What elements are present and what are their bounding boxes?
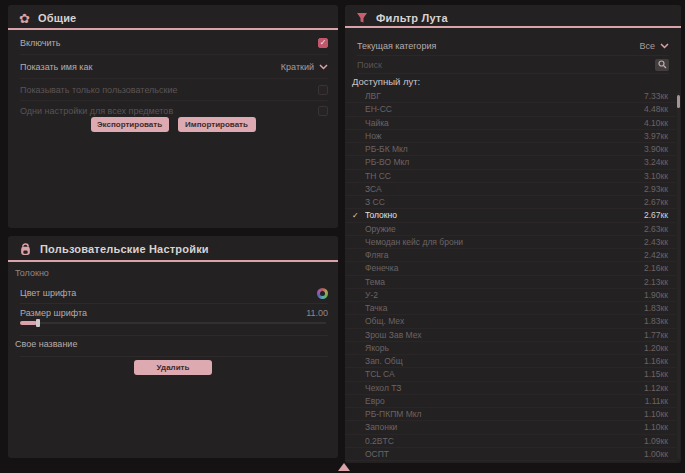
list-item[interactable]: Запонки1.10кк xyxy=(345,421,676,434)
list-item[interactable]: Тема2.13кк xyxy=(345,276,676,289)
list-item[interactable]: Фляга2.42кк xyxy=(345,249,676,262)
list-item[interactable]: ОСПТ1.00кк xyxy=(345,448,676,461)
item-name: Евро xyxy=(365,396,645,406)
item-value: 2.63кк xyxy=(644,224,668,234)
item-value: 1.20кк xyxy=(644,343,668,353)
category-dropdown[interactable]: Все xyxy=(639,41,669,51)
item-value: 1.16кк xyxy=(644,356,668,366)
list-item[interactable]: Чемодан кейс для брони2.43кк xyxy=(345,236,676,249)
backpack-icon xyxy=(19,243,32,256)
scrollbar-thumb[interactable] xyxy=(677,95,680,108)
list-item[interactable]: Нож3.97кк xyxy=(345,130,676,143)
panel-user-header: Пользовательские Настройки xyxy=(8,236,338,259)
list-item[interactable]: ЕН-СС4.48кк xyxy=(345,103,676,116)
panel-title: Общие xyxy=(38,12,77,24)
divider xyxy=(20,303,328,304)
only-custom-checkbox[interactable] xyxy=(318,85,328,95)
item-value: 1.11кк xyxy=(645,396,668,406)
enable-label: Включить xyxy=(20,38,60,48)
item-name: ЛВГ xyxy=(365,91,644,101)
funnel-icon xyxy=(356,12,368,24)
item-name: Нож xyxy=(365,131,644,141)
item-name: Чемодан кейс для брони xyxy=(365,237,644,247)
accent-divider xyxy=(8,28,338,30)
item-name: ТН СС xyxy=(365,171,644,181)
slider-thumb[interactable] xyxy=(36,319,40,327)
item-value: 2.67кк xyxy=(644,210,668,220)
divider xyxy=(20,356,328,357)
category-value: Все xyxy=(639,41,655,51)
item-value: 1.83кк xyxy=(644,303,668,313)
import-button[interactable]: Импортировать xyxy=(178,117,256,132)
color-wheel-icon[interactable] xyxy=(317,288,328,299)
list-item[interactable]: Чехол ТЗ1.12кк xyxy=(345,382,676,395)
import-export-buttons: Экспортировать Импортировать xyxy=(8,117,338,132)
item-value: 2.13кк xyxy=(644,277,668,287)
list-item[interactable]: РБ-ПКПМ Мкл1.10кк xyxy=(345,408,676,421)
delete-button[interactable]: Удалить xyxy=(134,360,212,375)
list-item[interactable]: ТН СС3.10кк xyxy=(345,170,676,183)
list-item[interactable]: Зрош Зав Мех1.77кк xyxy=(345,329,676,342)
list-item[interactable]: РБ-ВО Мкл3.24кк xyxy=(345,156,676,169)
enable-checkbox[interactable]: ✓ xyxy=(318,38,328,48)
setting-row-only-custom: Показывать только пользовательские xyxy=(20,79,328,101)
slider-track xyxy=(20,322,326,324)
list-item[interactable]: ТСL СА1.15кк xyxy=(345,368,676,381)
item-value: 3.90кк xyxy=(644,144,668,154)
same-settings-checkbox[interactable] xyxy=(318,106,328,116)
item-name: Тачка xyxy=(365,303,644,313)
list-item[interactable]: Зап. Общ1.16кк xyxy=(345,355,676,368)
item-value: 1.83кк xyxy=(644,316,668,326)
list-item[interactable]: Якорь1.20кк xyxy=(345,342,676,355)
item-value: 1.12кк xyxy=(644,383,668,393)
item-name: Запонки xyxy=(365,422,644,432)
list-item[interactable]: 0.2BTC1.09кк xyxy=(345,435,676,448)
list-item[interactable]: РБ-БК Мкл3.90кк xyxy=(345,143,676,156)
name-mode-dropdown[interactable]: Краткий xyxy=(281,62,328,72)
item-value: 2.16кк xyxy=(644,263,668,273)
list-item[interactable]: Тачка1.83кк xyxy=(345,302,676,315)
scrollbar[interactable] xyxy=(677,92,680,459)
list-item[interactable]: Евро1.11кк xyxy=(345,395,676,408)
item-name: Чехол ТЗ xyxy=(365,383,644,393)
name-mode-label: Показать имя как xyxy=(20,62,92,72)
item-name: Фляга xyxy=(365,250,644,260)
item-value: 4.10кк xyxy=(644,118,668,128)
item-value: 1.10кк xyxy=(644,422,668,432)
list-item[interactable]: ЗСА2.93кк xyxy=(345,183,676,196)
custom-name-field[interactable]: Свое название xyxy=(15,339,328,353)
list-item[interactable]: З СС2.67кк xyxy=(345,196,676,209)
panel-user-settings: Пользовательские Настройки Толокно Цвет … xyxy=(8,236,338,458)
search-input[interactable] xyxy=(357,60,655,70)
list-item[interactable]: ЛВГ7.33кк xyxy=(345,90,676,103)
category-row: Текущая категория Все xyxy=(357,36,669,56)
collapse-arrow-icon[interactable] xyxy=(338,463,350,471)
panel-general-header: ✿ Общие xyxy=(8,5,338,28)
font-color-label: Цвет шрифта xyxy=(20,288,76,298)
font-size-label: Размер шрифта xyxy=(20,308,87,318)
item-value: 2.93кк xyxy=(644,184,668,194)
setting-row-name-mode: Показать имя как Краткий xyxy=(20,55,328,79)
item-name: Зап. Общ xyxy=(365,356,644,366)
font-size-slider[interactable] xyxy=(20,319,326,327)
item-value: 4.48кк xyxy=(644,104,668,114)
item-value: 1.77кк xyxy=(644,330,668,340)
list-item[interactable]: У-21.90кк xyxy=(345,289,676,302)
item-name: Фенечка xyxy=(365,263,644,273)
list-item[interactable]: Фенечка2.16кк xyxy=(345,262,676,275)
list-item[interactable]: Оружие2.63кк xyxy=(345,223,676,236)
list-item[interactable]: ✓Толокно2.67кк xyxy=(345,209,676,222)
list-item[interactable]: Чайка4.10кк xyxy=(345,117,676,130)
search-icon[interactable] xyxy=(655,59,669,71)
item-name: Оружие xyxy=(365,224,644,234)
accent-divider xyxy=(345,26,681,28)
export-button[interactable]: Экспортировать xyxy=(91,117,169,132)
panel-loot-filter: Фильтр Лута Текущая категория Все Доступ… xyxy=(345,5,681,463)
item-name: РБ-БК Мкл xyxy=(365,144,644,154)
item-name: РБ-ПКПМ Мкл xyxy=(365,409,644,419)
setting-row-enable: Включить ✓ xyxy=(20,31,328,55)
list-item[interactable]: Общ. Мех1.83кк xyxy=(345,315,676,328)
item-value: 1.90кк xyxy=(644,290,668,300)
chevron-down-icon xyxy=(319,64,328,70)
item-value: 3.97кк xyxy=(644,131,668,141)
